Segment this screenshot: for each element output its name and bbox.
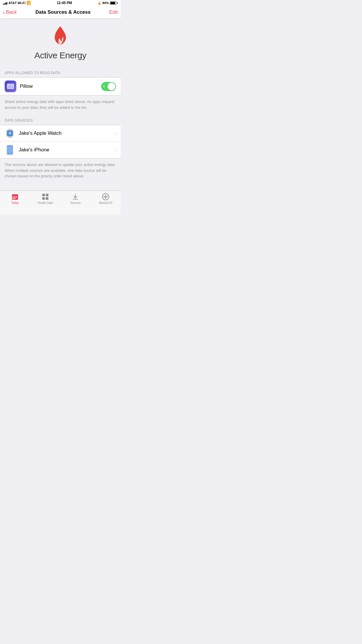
tab-sources[interactable]: Sources [60,193,91,204]
flame-icon [52,26,69,48]
toggle-knob [108,83,115,90]
main-content: Active Energy APPS ALLOWED TO READ DATA:… [0,19,121,190]
iphone-label: Jake's iPhone [19,147,111,153]
iphone-row[interactable]: Jake's iPhone › [0,142,121,158]
apple-watch-label: Jake's Apple Watch [19,130,111,136]
apple-watch-icon [5,128,15,139]
pillow-row: Pillow I [0,78,121,95]
status-left: AT&T Wi-Fi 📶 [3,1,31,5]
battery-indicator [110,1,118,5]
apple-watch-chevron-icon: › [115,131,116,136]
lock-icon: 🔒 [98,1,101,5]
tab-bar: Today Health Data Sources Medical ID [0,190,121,215]
svg-rect-20 [13,197,14,197]
back-label: Back [6,9,17,15]
svg-rect-23 [13,198,14,199]
signal-bars [3,1,7,5]
today-icon [11,193,19,200]
apps-card: Pillow I [0,77,121,95]
edit-button[interactable]: Edit [109,9,118,15]
apps-section-label: APPS ALLOWED TO READ DATA: [0,66,121,77]
signal-bar-2 [4,3,5,5]
pillow-icon-svg [6,82,15,90]
tab-medical-id-label: Medical ID [99,201,112,204]
back-button[interactable]: ‹ Back [3,9,17,15]
svg-rect-24 [14,198,15,199]
health-data-icon [42,193,49,200]
svg-rect-5 [8,129,12,130]
apple-watch-row[interactable]: Jake's Apple Watch › [0,125,121,142]
svg-rect-21 [14,197,15,197]
wifi-icon: 📶 [27,1,31,5]
tab-health-data-label: Health Data [38,201,53,204]
svg-rect-26 [46,194,48,196]
back-chevron-icon: ‹ [3,9,5,15]
status-bar: AT&T Wi-Fi 📶 12:45 PM 🔒 94% [0,0,121,6]
pillow-toggle[interactable]: I [101,82,116,91]
hero-section: Active Energy [0,19,121,66]
iphone-icon [5,145,15,155]
svg-rect-6 [8,137,12,138]
apps-info-text: Share active energy data with apps liste… [0,95,121,114]
pillow-app-name: Pillow [20,83,98,89]
svg-rect-14 [9,146,11,146]
status-right: 🔒 94% [98,1,118,5]
signal-bar-1 [3,4,4,5]
tab-today[interactable]: Today [0,193,30,204]
svg-rect-29 [73,199,78,200]
sources-icon [72,193,79,200]
svg-rect-19 [12,195,18,196]
svg-point-0 [58,41,62,45]
status-time: 12:45 PM [57,1,72,5]
tab-medical-id[interactable]: Medical ID [91,193,121,204]
tab-health-data[interactable]: Health Data [30,193,61,204]
svg-rect-22 [16,197,17,197]
carrier-label: AT&T Wi-Fi [8,1,25,5]
navigation-bar: ‹ Back Data Sources & Access Edit [0,6,121,19]
tab-today-label: Today [11,201,19,204]
svg-point-15 [10,153,10,154]
svg-point-3 [8,85,9,86]
pillow-app-icon [5,80,16,92]
medical-id-icon [102,193,109,200]
svg-rect-25 [42,194,45,196]
svg-rect-28 [46,197,48,200]
iphone-chevron-icon: › [115,147,116,153]
toggle-on-label: I [103,84,104,88]
svg-rect-27 [42,197,45,200]
svg-point-4 [12,85,13,86]
svg-rect-16 [8,146,12,153]
data-sources-footer-text: The sources above are allowed to update … [0,158,121,183]
battery-percent: 94% [102,1,109,5]
hero-title: Active Energy [34,50,87,60]
data-sources-card: Jake's Apple Watch › Jake's iPhone › [0,125,121,158]
page-title: Data Sources & Access [35,9,90,15]
signal-bar-3 [5,3,6,5]
data-sources-label: DATA SOURCES: [0,114,121,125]
tab-sources-label: Sources [70,201,81,204]
signal-bar-4 [6,2,7,5]
